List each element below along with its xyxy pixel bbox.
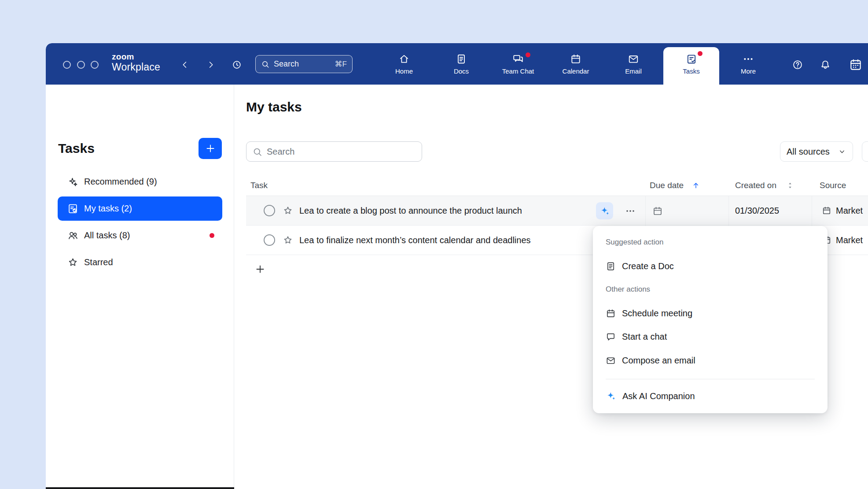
add-task-button[interactable] (199, 138, 222, 159)
sidebar-item-all-tasks[interactable]: All tasks (8) (58, 223, 222, 248)
sidebar-item-recommended[interactable]: Recommended (9) (58, 170, 222, 194)
column-header-due-date[interactable]: Due date (650, 174, 684, 196)
home-icon (398, 53, 410, 65)
tab-tasks[interactable]: Tasks (663, 47, 719, 85)
sidebar-title: Tasks (58, 141, 95, 156)
more-icon (743, 53, 754, 65)
chevron-left-icon (180, 60, 190, 70)
tab-label: Email (625, 67, 642, 75)
popup-section-label: Other actions (606, 285, 650, 294)
help-icon (792, 59, 803, 70)
tab-label: More (741, 67, 756, 75)
search-shortcut: ⌘F (335, 59, 347, 69)
calendar-icon (570, 53, 581, 65)
sort-ascending-icon[interactable] (691, 181, 700, 190)
cell-divider (728, 196, 729, 225)
star-icon (283, 235, 293, 245)
star-icon (67, 257, 78, 268)
star-icon (283, 205, 293, 216)
task-title: Lea to finalize next month’s content cal… (299, 226, 531, 255)
task-created-date: 01/30/2025 (735, 196, 779, 226)
tab-more[interactable]: More (724, 47, 772, 85)
ai-sparkle-icon (600, 206, 610, 216)
window-control-button[interactable] (91, 61, 99, 69)
sidebar-item-label: Recommended (9) (84, 177, 157, 187)
history-button[interactable] (228, 56, 246, 74)
zoom-workplace-window: zoom Workplace Search ⌘F Home (46, 43, 868, 489)
main-content: My tasks All sources Task Due date Creat… (235, 85, 868, 489)
tab-label: Tasks (683, 67, 699, 75)
nav-back-button[interactable] (176, 56, 194, 74)
docs-icon (456, 53, 467, 65)
page-title: My tasks (246, 100, 302, 115)
task-complete-checkbox[interactable] (264, 234, 275, 246)
global-search[interactable]: Search ⌘F (255, 55, 353, 73)
notifications-button[interactable] (817, 56, 834, 74)
calendar-icon (606, 308, 616, 319)
chat-icon (606, 332, 616, 342)
email-icon (628, 53, 639, 65)
sidebar-item-starred[interactable]: Starred (58, 250, 222, 274)
global-search-placeholder: Search (274, 59, 299, 69)
menu-item-compose-email[interactable]: Compose an email (593, 352, 823, 369)
add-task-inline-button[interactable] (250, 260, 270, 278)
menu-item-start-chat[interactable]: Start a chat (593, 328, 823, 345)
doc-icon (606, 261, 616, 271)
tab-docs[interactable]: Docs (437, 47, 485, 85)
ai-companion-button[interactable] (596, 202, 613, 219)
sidebar-item-label: Starred (84, 257, 113, 267)
cell-divider (645, 196, 646, 225)
people-icon (67, 230, 78, 241)
source-icon (822, 206, 831, 215)
sort-toggle-icon[interactable] (786, 181, 794, 190)
right-panel-button[interactable] (847, 56, 864, 74)
tab-label: Docs (454, 67, 469, 75)
tab-team-chat[interactable]: Team Chat (494, 47, 542, 85)
tab-home[interactable]: Home (380, 47, 428, 85)
popup-section-label: Suggested action (606, 238, 663, 247)
window-control-button[interactable] (77, 61, 85, 69)
window-control-button[interactable] (63, 61, 71, 69)
column-header-source[interactable]: Source (820, 174, 846, 196)
task-source: Market (836, 226, 863, 255)
bell-icon (820, 59, 831, 70)
sidebar-item-my-tasks[interactable]: My tasks (2) (58, 196, 222, 221)
menu-item-create-doc[interactable]: Create a Doc (593, 257, 823, 275)
task-star-button[interactable] (283, 235, 293, 247)
plus-icon (254, 263, 266, 275)
tasks-icon (686, 53, 697, 65)
history-icon (232, 59, 242, 70)
help-button[interactable] (789, 56, 806, 74)
window-bottom-edge (46, 487, 234, 489)
tab-email[interactable]: Email (609, 47, 658, 85)
email-icon (606, 356, 616, 366)
sources-filter-dropdown[interactable]: All sources (780, 141, 853, 162)
unread-dot (210, 233, 214, 238)
table-header-row: Task Due date Created on Source (246, 174, 868, 196)
column-header-task[interactable]: Task (250, 174, 268, 196)
search-icon (261, 60, 270, 69)
task-search (246, 141, 422, 162)
more-actions-button[interactable] (623, 204, 638, 219)
menu-item-schedule-meeting[interactable]: Schedule meeting (593, 304, 823, 322)
tab-calendar[interactable]: Calendar (552, 47, 600, 85)
menu-item-label: Ask AI Companion (622, 391, 695, 401)
chevron-right-icon (206, 60, 216, 70)
nav-forward-button[interactable] (202, 56, 220, 74)
menu-item-ask-ai-companion[interactable]: Ask AI Companion (593, 387, 823, 405)
set-due-date-button[interactable] (650, 204, 665, 219)
column-header-created-on[interactable]: Created on (735, 174, 776, 196)
top-header-bar: zoom Workplace Search ⌘F Home (46, 43, 868, 85)
task-star-button[interactable] (283, 205, 293, 217)
popup-divider (606, 379, 815, 379)
logo-product: Workplace (112, 61, 160, 73)
task-row[interactable]: Lea to create a blog post to announce th… (246, 196, 868, 226)
sources-filter-label: All sources (787, 147, 830, 157)
task-search-input[interactable] (246, 142, 422, 161)
notification-dot (698, 51, 702, 56)
task-complete-checkbox[interactable] (264, 205, 275, 216)
notification-dot (526, 52, 530, 57)
partial-clipped-button[interactable] (862, 141, 868, 162)
chevron-down-icon (838, 147, 846, 156)
sidebar: Tasks Recommended (9) My tasks (2) All t… (46, 85, 234, 489)
